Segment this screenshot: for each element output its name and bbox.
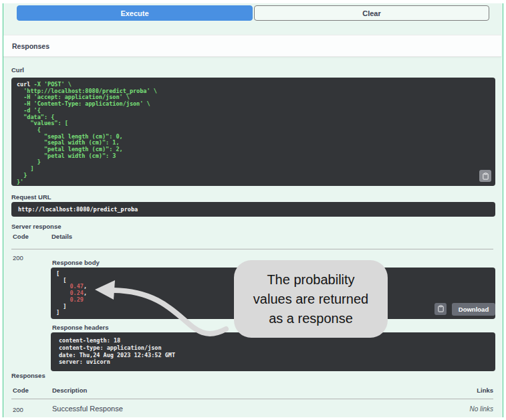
server-response-divider — [11, 249, 493, 249]
swagger-operation-panel: Execute Clear Responses Curl curl -X 'PO… — [0, 0, 506, 420]
responses-table-description-header: Description — [52, 387, 87, 394]
clear-button[interactable]: Clear — [254, 5, 489, 21]
download-button[interactable]: Download — [452, 303, 495, 316]
server-response-details-header: Details — [51, 233, 72, 240]
curl-command-block: curl -X 'POST' \ 'http://localhost:8080/… — [11, 78, 495, 186]
execute-button[interactable]: Execute — [17, 5, 253, 21]
code-line: } — [17, 159, 490, 166]
server-response-code-header: Code — [13, 233, 29, 240]
responses-table-label: Responses — [11, 372, 45, 379]
code-line: } — [17, 173, 490, 179]
clipboard-icon — [437, 303, 445, 315]
request-url-value: http://localhost:8080/predict_proba — [11, 202, 495, 217]
code-line: -d '{ — [17, 108, 490, 114]
clipboard-icon — [482, 170, 489, 183]
responses-table-divider — [11, 399, 493, 399]
annotation-text-line2: values are returned — [253, 290, 368, 309]
row-code: 200 — [13, 406, 23, 413]
responses-section-header: Responses — [3, 35, 501, 57]
code-line: ] — [17, 166, 490, 173]
server-response-label: Server response — [11, 223, 61, 230]
responses-table-links-header: Links — [477, 387, 493, 394]
curl-label: Curl — [11, 66, 24, 74]
responses-table-code-header: Code — [13, 387, 29, 394]
annotation-text-line1: The probability — [267, 270, 354, 290]
code-line: server: uvicorn — [59, 358, 487, 366]
request-url-label: Request URL — [11, 193, 51, 201]
annotation-arrow — [87, 276, 241, 350]
responses-section-title: Responses — [12, 42, 49, 50]
copy-response-button[interactable] — [434, 303, 447, 315]
row-links: No links — [469, 405, 493, 413]
code-line: date: Thu,24 Aug 2023 12:43:52 GMT — [59, 352, 487, 359]
code-line: }' — [17, 179, 490, 186]
annotation-callout: The probability values are returned as a… — [234, 260, 388, 338]
code-line: "petal width (cm)": 3 — [17, 153, 490, 160]
response-body-label: Response body — [52, 259, 100, 266]
code-line: -H 'Content-Type: application/json' \ — [17, 101, 490, 108]
copy-curl-button[interactable] — [479, 170, 491, 182]
code-line: "values": [ — [17, 120, 490, 127]
annotation-text-line3: as a response — [269, 309, 353, 328]
code-line: "data": { — [17, 114, 490, 121]
row-description: Successful Response — [52, 405, 123, 413]
server-response-status-code: 200 — [13, 254, 23, 261]
